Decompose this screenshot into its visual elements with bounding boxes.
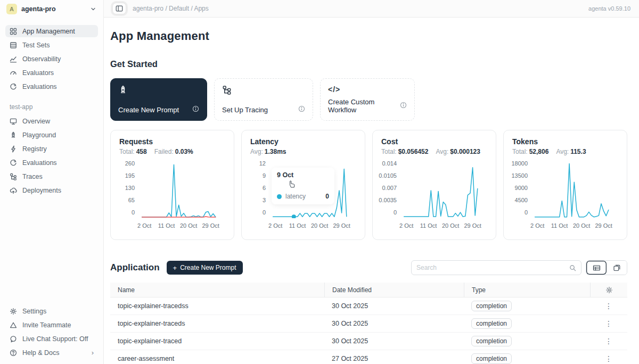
- circular-arrow-icon: [10, 159, 17, 167]
- chart-svg: [532, 163, 613, 218]
- stat: Total:$0.056452: [381, 148, 428, 155]
- sidebar-item-label: Test Sets: [22, 42, 50, 49]
- x-tick-label: 29 Oct: [595, 222, 612, 229]
- y-tick-label: 12: [259, 160, 266, 167]
- metrics-charts-row: Requests Total:458Failed:0.03% 260195130…: [110, 130, 627, 240]
- sidebar-toggle-button[interactable]: [112, 3, 126, 14]
- y-tick-label: 0: [132, 209, 135, 216]
- help-circle-icon: [10, 349, 17, 357]
- y-axis: 1800013500900045000: [512, 160, 532, 216]
- type-badge: completion: [471, 336, 512, 346]
- x-tick-label: 11 Oct: [158, 222, 175, 229]
- chart-title: Cost: [381, 137, 487, 146]
- y-tick-label: 0.014: [382, 160, 397, 167]
- chart-svg: [140, 163, 220, 218]
- sidebar-item-label: Evaluations: [22, 159, 57, 167]
- trace-tree-icon: [10, 173, 17, 180]
- monitor-icon: [10, 118, 17, 125]
- sidebar-item-live-chat[interactable]: Live Chat Support: Off: [5, 333, 98, 345]
- table-rows-icon: [10, 42, 17, 49]
- x-axis: 2 Oct11 Oct20 Oct29 Oct: [140, 222, 220, 230]
- sidebar-item-deployments[interactable]: Deployments: [5, 184, 98, 196]
- sidebar-item-evaluations[interactable]: Evaluations: [5, 80, 98, 93]
- sidebar-item-invite-teammate[interactable]: Invite Teammate: [5, 319, 98, 331]
- table-row[interactable]: topic-explainer-traceds 30 Oct 2025 comp…: [110, 315, 627, 333]
- y-tick-label: 18000: [511, 160, 528, 167]
- sidebar-item-evaluators[interactable]: Evaluators: [5, 67, 98, 79]
- tokens-chart-card: Tokens Total:52,806Avg:115.3 18000135009…: [503, 130, 627, 240]
- create-new-prompt-button[interactable]: + Create New Prompt: [167, 261, 243, 275]
- table-row[interactable]: topic-explainer-tracedss 30 Oct 2025 com…: [110, 297, 627, 315]
- app-name: career-assessment: [110, 355, 324, 362]
- chart-svg: [402, 163, 482, 218]
- create-new-prompt-card[interactable]: Create New Prompt: [110, 78, 207, 121]
- chevron-down-icon: [89, 5, 97, 13]
- row-menu-button[interactable]: ⋮: [590, 302, 627, 310]
- app-section-title: test-app: [0, 93, 103, 113]
- column-header-date-modified[interactable]: Date Modified: [324, 283, 464, 297]
- sidebar-item-label: Evaluators: [22, 69, 54, 77]
- column-header-name[interactable]: Name: [110, 283, 324, 297]
- x-tick-label: 11 Oct: [420, 222, 437, 229]
- chart-stats: Total:$0.056452Avg:$0.000123: [381, 148, 487, 155]
- row-menu-button[interactable]: ⋮: [590, 319, 627, 328]
- sidebar: A agenta-pro App Management Test Sets Ob…: [0, 0, 104, 364]
- y-tick-label: 0.007: [382, 185, 397, 191]
- search-icon: [569, 264, 576, 271]
- hover-point-marker: [292, 214, 296, 218]
- sidebar-item-app-management[interactable]: App Management: [5, 25, 98, 37]
- latency-chart-card: Latency Avg:1.38ms 1296302 Oct11 Oct20 O…: [241, 130, 365, 240]
- x-tick-label: 2 Oct: [268, 222, 282, 229]
- stat: Failed:0.03%: [154, 148, 193, 155]
- card-label: Create New Prompt: [118, 106, 179, 114]
- y-tick-label: 0.0035: [379, 197, 397, 203]
- table-view-icon: [593, 264, 601, 272]
- sidebar-item-label: Help & Docs: [22, 349, 59, 357]
- sidebar-item-traces[interactable]: Traces: [5, 170, 98, 183]
- chevron-right-icon: ›: [92, 349, 94, 357]
- column-settings-button[interactable]: [590, 283, 627, 297]
- y-axis: 0.0140.01050.0070.00350: [381, 160, 402, 216]
- info-icon[interactable]: [192, 105, 199, 114]
- y-tick-label: 9000: [515, 185, 528, 191]
- workspace-switcher[interactable]: A agenta-pro: [0, 0, 103, 18]
- applications-table: Name Date Modified Type topic-explainer-…: [110, 283, 627, 364]
- sidebar-item-observability[interactable]: Observability: [5, 53, 98, 65]
- sidebar-item-help-docs[interactable]: Help & Docs ›: [5, 346, 98, 359]
- sidebar-item-registry[interactable]: Registry: [5, 143, 98, 155]
- y-tick-label: 130: [125, 185, 135, 191]
- chart-stats: Total:52,806Avg:115.3: [512, 148, 618, 155]
- y-axis: 260195130650: [119, 160, 140, 216]
- info-icon[interactable]: [298, 105, 305, 114]
- sidebar-item-evaluations-app[interactable]: Evaluations: [5, 156, 98, 169]
- table-row[interactable]: topic-explainer-traced 30 Oct 2025 compl…: [110, 333, 627, 350]
- sidebar-item-settings[interactable]: Settings: [5, 305, 98, 317]
- row-menu-button[interactable]: ⋮: [590, 354, 627, 363]
- sidebar-item-overview[interactable]: Overview: [5, 115, 98, 127]
- y-tick-label: 6: [263, 185, 266, 191]
- row-menu-button[interactable]: ⋮: [590, 337, 627, 345]
- stat: Avg:$0.000123: [436, 148, 480, 155]
- sidebar-item-label: Overview: [22, 118, 50, 125]
- get-started-cards: Create New Prompt Set Up Tracing </> Cre…: [110, 78, 627, 121]
- card-view-button[interactable]: [607, 261, 627, 275]
- tooltip-date: 9 Oct: [277, 171, 329, 179]
- search-input[interactable]: [416, 264, 569, 271]
- series-dot: [277, 194, 282, 199]
- info-icon[interactable]: [400, 102, 407, 110]
- set-up-tracing-card[interactable]: Set Up Tracing: [214, 78, 313, 121]
- table-view-button[interactable]: [586, 261, 607, 275]
- table-row[interactable]: career-assessment 27 Oct 2025 completion…: [110, 350, 627, 364]
- x-tick-label: 29 Oct: [464, 222, 481, 229]
- invite-teammate-icon: [10, 321, 17, 329]
- sidebar-item-test-sets[interactable]: Test Sets: [5, 39, 98, 51]
- sidebar-item-label: Deployments: [22, 187, 61, 194]
- type-badge: completion: [471, 353, 512, 364]
- create-custom-workflow-card[interactable]: </> Create Custom Workflow: [320, 78, 415, 121]
- sidebar-item-playground[interactable]: Playground: [5, 129, 98, 141]
- column-header-type[interactable]: Type: [464, 283, 590, 297]
- requests-line-chart: [140, 163, 220, 218]
- y-tick-label: 0: [525, 209, 528, 216]
- cost-line-chart: [402, 163, 482, 218]
- grid-icon: [10, 28, 17, 35]
